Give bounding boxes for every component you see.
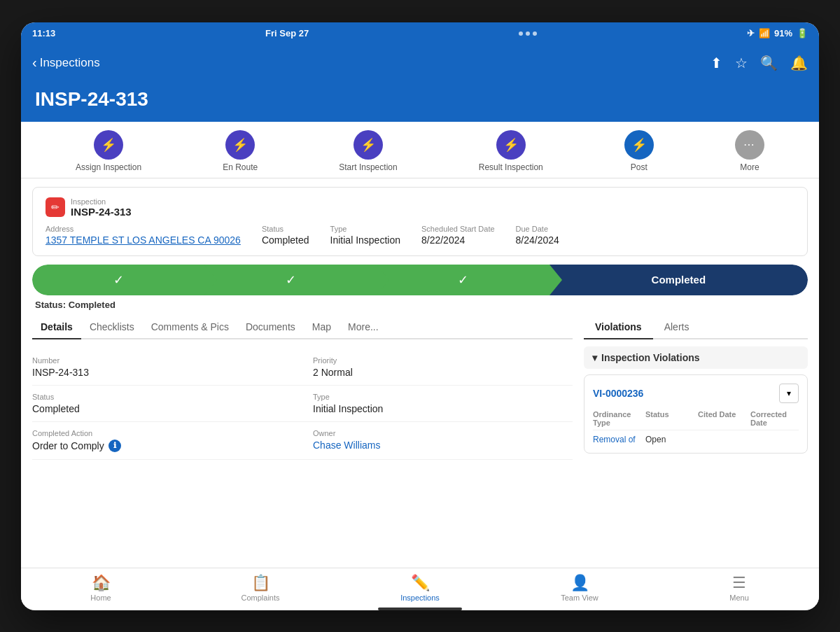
tab-documents[interactable]: Documents xyxy=(237,316,304,339)
step-label-result: Result Inspection xyxy=(479,162,543,172)
step-label-more: More xyxy=(740,162,759,172)
address-value[interactable]: 1357 TEMPLE ST LOS ANGELES CA 90026 xyxy=(46,234,241,246)
teamview-label: Team View xyxy=(561,594,598,602)
number-label: Number xyxy=(32,356,292,365)
tab-details[interactable]: Details xyxy=(32,316,81,339)
step-circle-enroute: ⚡ xyxy=(225,130,255,160)
nav-menu[interactable]: ☰ Menu xyxy=(659,574,819,602)
nav-bar: ‹ Inspections ⬆ ☆ 🔍 🔔 xyxy=(21,45,819,81)
status-center-dots xyxy=(519,31,537,36)
address-label: Address xyxy=(46,225,241,233)
tab-checklists[interactable]: Checklists xyxy=(81,316,143,339)
completed-action-label: Completed Action xyxy=(32,429,292,437)
ordinance-type-value[interactable]: Removal of xyxy=(593,435,641,444)
left-panel: Details Checklists Comments & Pics Docum… xyxy=(32,316,573,562)
progress-seg-completed: Completed xyxy=(550,265,808,295)
step-label-enroute: En Route xyxy=(223,162,258,172)
detail-tabs: Details Checklists Comments & Pics Docum… xyxy=(32,316,573,339)
star-icon[interactable]: ☆ xyxy=(735,55,748,71)
wifi-icon: 📶 xyxy=(759,28,770,38)
detail-row-1: Number INSP-24-313 Priority 2 Normal xyxy=(32,349,573,386)
inspections-label: Inspections xyxy=(400,594,440,602)
right-tabs: Violations Alerts xyxy=(584,316,808,339)
step-post[interactable]: ⚡ Post xyxy=(624,130,654,172)
type-detail-value: Initial Inspection xyxy=(313,403,573,414)
page-title: INSP-24-313 xyxy=(35,88,805,111)
home-indicator xyxy=(378,608,462,610)
violations-title: Inspection Violations xyxy=(601,352,700,363)
tab-map[interactable]: Map xyxy=(304,316,340,339)
due-value: 8/24/2024 xyxy=(516,234,559,246)
cited-date-value xyxy=(698,435,746,444)
field-completed-action: Completed Action Order to Comply ℹ xyxy=(32,429,292,452)
owner-label: Owner xyxy=(313,429,573,437)
step-more[interactable]: ··· More xyxy=(735,130,764,172)
bottom-nav: 🏠 Home 📋 Complaints ✏️ Inspections 👤 Tea… xyxy=(21,568,819,605)
back-button[interactable]: ‹ Inspections xyxy=(32,55,100,71)
info-card-header: ✏ Inspection INSP-24-313 xyxy=(46,197,794,218)
collapse-icon[interactable]: ▾ xyxy=(592,352,597,363)
tab-violations[interactable]: Violations xyxy=(584,316,653,339)
tab-more[interactable]: More... xyxy=(340,316,387,339)
violation-id[interactable]: VI-0000236 xyxy=(593,388,643,399)
nav-inspections[interactable]: ✏️ Inspections xyxy=(340,574,500,602)
step-start[interactable]: ⚡ Start Inspection xyxy=(339,130,397,172)
completed-label: Completed xyxy=(652,274,706,286)
nav-teamview[interactable]: 👤 Team View xyxy=(500,574,659,602)
check-icon-1: ✓ xyxy=(113,272,124,288)
violation-table-row-1: Removal of Open xyxy=(593,430,799,444)
team-icon: 👤 xyxy=(570,574,589,592)
status-bar: 11:13 Fri Sep 27 ✈ 📶 91% 🔋 xyxy=(21,22,819,45)
progress-seg-2: ✓ xyxy=(204,265,377,295)
field-address: Address 1357 TEMPLE ST LOS ANGELES CA 90… xyxy=(46,225,241,246)
step-enroute[interactable]: ⚡ En Route xyxy=(223,130,258,172)
info-badge-icon[interactable]: ℹ xyxy=(108,440,121,452)
progress-seg-1: ✓ xyxy=(32,265,204,295)
type-detail-label: Type xyxy=(313,393,573,401)
detail-rows: Number INSP-24-313 Priority 2 Normal Sta… xyxy=(32,349,573,460)
info-fields: Address 1357 TEMPLE ST LOS ANGELES CA 90… xyxy=(46,225,794,246)
status-date: Fri Sep 27 xyxy=(265,28,309,38)
field-owner: Owner Chase Williams xyxy=(313,429,573,452)
status-detail-label: Status xyxy=(32,393,292,401)
violation-card-1: VI-0000236 ▾ Ordinance Type Status Cited… xyxy=(584,374,808,454)
violation-table-header: Ordinance Type Status Cited Date Correct… xyxy=(593,410,799,430)
info-card: ✏ Inspection INSP-24-313 Address 1357 TE… xyxy=(32,187,808,256)
main-content: Details Checklists Comments & Pics Docum… xyxy=(21,316,819,568)
step-result[interactable]: ⚡ Result Inspection xyxy=(479,130,543,172)
check-icon-2: ✓ xyxy=(286,272,296,288)
type-label: Type xyxy=(330,225,400,233)
nav-complaints[interactable]: 📋 Complaints xyxy=(181,574,340,602)
step-circle-assign: ⚡ xyxy=(94,130,123,160)
workflow-bar: ⚡ Assign Inspection ⚡ En Route ⚡ Start I… xyxy=(21,122,819,178)
owner-value[interactable]: Chase Williams xyxy=(313,440,573,451)
status-value: Completed xyxy=(262,234,309,246)
progress-seg-3: ✓ xyxy=(377,265,549,295)
violations-header: ▾ Inspection Violations xyxy=(584,346,808,369)
nav-home[interactable]: 🏠 Home xyxy=(21,574,181,602)
step-label-post: Post xyxy=(631,162,648,172)
menu-label: Menu xyxy=(729,594,749,602)
violation-dropdown-button[interactable]: ▾ xyxy=(779,384,799,403)
tab-alerts[interactable]: Alerts xyxy=(653,316,701,339)
field-status-detail: Status Completed xyxy=(32,393,292,414)
bell-icon[interactable]: 🔔 xyxy=(790,55,808,71)
home-icon: 🏠 xyxy=(92,574,111,592)
step-label-start: Start Inspection xyxy=(339,162,397,172)
field-priority: Priority 2 Normal xyxy=(313,356,573,378)
field-status: Status Completed xyxy=(262,225,309,246)
search-icon[interactable]: 🔍 xyxy=(760,55,778,71)
step-circle-more: ··· xyxy=(735,130,764,160)
status-completed-label: Status: Completed xyxy=(32,300,808,310)
status-value-violation: Open xyxy=(645,435,694,444)
progress-section: ✓ ✓ ✓ Completed Status: Completed xyxy=(21,265,819,316)
col-corrected: Corrected Date xyxy=(750,410,799,427)
share-icon[interactable]: ⬆ xyxy=(710,55,722,71)
tab-comments[interactable]: Comments & Pics xyxy=(143,316,237,339)
field-number: Number INSP-24-313 xyxy=(32,356,292,378)
step-assign[interactable]: ⚡ Assign Inspection xyxy=(76,130,141,172)
airplane-icon: ✈ xyxy=(747,28,755,38)
scheduled-value: 8/22/2024 xyxy=(421,234,495,246)
step-circle-post: ⚡ xyxy=(624,130,654,160)
step-label-assign: Assign Inspection xyxy=(76,162,141,172)
